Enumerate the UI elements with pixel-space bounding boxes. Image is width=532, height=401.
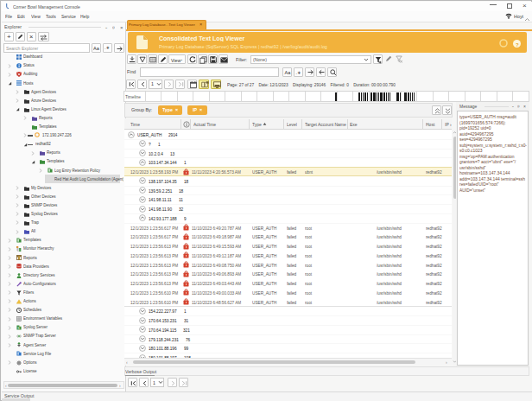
svg-text:S: S: [17, 327, 20, 330]
